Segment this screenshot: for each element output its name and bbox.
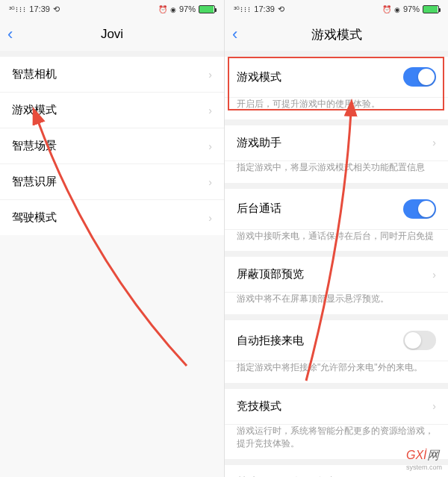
item-label: 屏蔽顶部预览: [237, 267, 304, 281]
chevron-right-icon: ›: [432, 400, 436, 412]
item-label: 游戏模式: [237, 70, 281, 84]
item-label: 游戏助手: [237, 136, 281, 150]
alarm-icon: [158, 4, 167, 13]
item-label: 游戏模式: [12, 103, 57, 117]
toggle-game-mode[interactable]: [403, 67, 436, 87]
watermark: GXİ网 system.com: [406, 448, 442, 471]
rotate-icon: [278, 4, 284, 14]
signal-icon: [9, 4, 26, 13]
status-time: 17:39: [29, 4, 50, 13]
battery-percent: 97%: [403, 4, 420, 13]
wifi-icon: [394, 4, 400, 13]
status-time: 17:39: [254, 4, 275, 13]
page-title: Jovi: [101, 27, 123, 42]
setting-block-preview[interactable]: 屏蔽顶部预览 ›: [225, 257, 448, 293]
list-item-driving-mode[interactable]: 驾驶模式 ›: [0, 200, 224, 235]
signal-icon: [234, 4, 251, 13]
item-label: 智慧场景: [12, 139, 57, 153]
chevron-right-icon: ›: [208, 69, 212, 81]
item-label: 竞技模式: [237, 399, 281, 414]
battery-icon: [199, 5, 215, 13]
list-item-game-mode[interactable]: 游戏模式 ›: [0, 93, 224, 128]
item-description: 指定游戏中将拒接除"允许部分来电"外的来电。: [225, 361, 448, 383]
item-label: 智慧识屏: [12, 175, 57, 189]
chevron-right-icon: ›: [208, 105, 212, 116]
setting-game-mode[interactable]: 游戏模式: [225, 57, 448, 98]
page-title: 游戏模式: [311, 26, 362, 43]
battery-percent: 97%: [179, 4, 196, 13]
chevron-right-icon: ›: [432, 137, 436, 149]
item-label: 后台通话: [237, 202, 281, 216]
wifi-icon: [170, 4, 176, 13]
item-label: 智慧相机: [12, 67, 57, 81]
item-description: 指定游戏中，将显示游戏模式相关功能配置信息: [225, 161, 448, 183]
toggle-auto-reject[interactable]: [403, 331, 436, 350]
nav-bar: ‹ Jovi: [0, 18, 224, 51]
chevron-right-icon: ›: [208, 176, 212, 188]
item-label: 自动拒接来电: [237, 334, 304, 348]
list-item-smart-camera[interactable]: 智慧相机 ›: [0, 57, 224, 93]
setting-competitive-mode[interactable]: 竞技模式 ›: [225, 389, 448, 425]
list-item-smart-scene[interactable]: 智慧场景 ›: [0, 128, 224, 164]
alarm-icon: [382, 4, 391, 13]
item-description: 游戏中接听来电，通话保持在后台，同时开启免提: [225, 230, 448, 252]
setting-game-assistant[interactable]: 游戏助手 ›: [225, 125, 448, 161]
rotate-icon: [53, 4, 60, 14]
toggle-background-call[interactable]: [403, 199, 436, 219]
chevron-right-icon: ›: [208, 140, 212, 152]
left-phone: 17:39 97% ‹ Jovi 智慧相机 › 游戏模式 ›: [0, 0, 224, 477]
chevron-right-icon: ›: [432, 269, 436, 281]
status-bar: 17:39 97%: [225, 0, 448, 18]
item-label: 驾驶模式: [12, 211, 57, 225]
chevron-right-icon: ›: [208, 212, 212, 224]
item-description: 开启后，可提升游戏中的使用体验。: [225, 98, 448, 119]
battery-icon: [423, 5, 439, 13]
right-phone: 17:39 97% ‹ 游戏模式 游戏模式 开启后，可提升游戏中的使用体验。: [224, 0, 448, 477]
list-item-smart-screen[interactable]: 智慧识屏 ›: [0, 164, 224, 200]
status-bar: 17:39 97%: [0, 0, 224, 18]
back-button[interactable]: ‹: [232, 25, 237, 44]
setting-background-call[interactable]: 后台通话: [225, 189, 448, 230]
setting-auto-reject[interactable]: 自动拒接来电: [225, 320, 448, 361]
back-button[interactable]: ‹: [7, 25, 13, 44]
nav-bar: ‹ 游戏模式: [225, 18, 448, 51]
item-description: 游戏中将不在屏幕顶部显示悬浮预览。: [225, 293, 448, 314]
